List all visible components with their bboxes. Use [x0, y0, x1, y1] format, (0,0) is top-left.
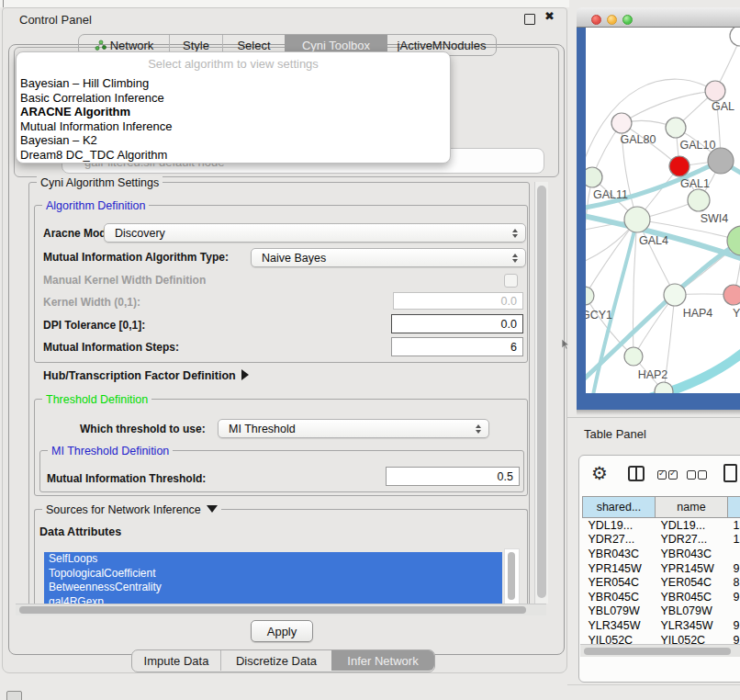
bottom-divider — [567, 684, 740, 685]
mi-type-label: Mutual Information Algorithm Type: — [43, 251, 229, 264]
table-row[interactable]: YBR045CYBR045C9. — [583, 590, 740, 604]
close-traffic-light-icon[interactable] — [591, 15, 601, 25]
table-cell: YPR145W — [583, 561, 656, 576]
attribute-list-item[interactable]: TopologicalCoefficient — [44, 567, 502, 581]
apply-button[interactable]: Apply — [251, 620, 313, 642]
mi-steps-input[interactable]: 6 — [391, 337, 523, 356]
network-node-swi4[interactable] — [688, 189, 710, 211]
dpi-tolerance-input[interactable]: 0.0 — [391, 314, 523, 333]
hub-section-toggle[interactable]: Hub/Transcription Factor Definition — [43, 369, 249, 382]
bottom-tab-infer-network[interactable]: Infer Network — [331, 650, 434, 671]
bottom-tab-discretize-data[interactable]: Discretize Data — [220, 650, 331, 671]
table-cell: 9. — [728, 561, 740, 576]
dropdown-option[interactable]: Basic Correlation Inference — [20, 91, 446, 106]
table-horizontal-scrollbar-thumb[interactable] — [584, 648, 731, 655]
aracne-mode-value: Discovery — [115, 227, 165, 240]
attributes-scrollbar[interactable] — [504, 548, 520, 611]
table-cell: 12 — [728, 533, 740, 548]
network-edge[interactable] — [586, 177, 592, 296]
gear-icon[interactable]: ⚙ — [591, 464, 608, 482]
network-node-gal11[interactable] — [586, 167, 602, 187]
table-cell: YLR345W — [656, 618, 728, 633]
table-row[interactable]: YBL079WYBL079W — [583, 604, 740, 619]
algorithm-dropdown[interactable]: Select algorithm to view settings Bayesi… — [16, 51, 451, 164]
network-node-gcy1[interactable] — [586, 287, 594, 305]
which-threshold-select[interactable]: MI Threshold — [218, 419, 489, 438]
attributes-scrollbar-thumb[interactable] — [508, 552, 515, 600]
network-canvas-svg: GALGAL80GAL10GAL1GAL11SWI4GAL4GCY1HAP4YH… — [586, 28, 740, 393]
algorithm-dropdown-list: Bayesian – Hill ClimbingBasic Correlatio… — [20, 76, 446, 162]
network-node-label: GAL4 — [639, 234, 668, 247]
column-header-shared...[interactable]: shared... — [583, 497, 656, 518]
dropdown-option[interactable]: Bayesian – Hill Climbing — [20, 76, 446, 91]
network-edge[interactable] — [622, 91, 715, 123]
dropdown-option[interactable]: ARACNE Algorithm — [20, 105, 446, 119]
settings-horizontal-scrollbar-thumb[interactable] — [19, 606, 526, 614]
close-icon[interactable]: ✖ — [544, 9, 555, 23]
network-node-label: GCY1 — [586, 309, 612, 322]
network-node-gal10[interactable] — [666, 118, 686, 138]
table-cell: YDR27... — [656, 533, 728, 548]
attribute-list-item[interactable]: BetweennessCentrality — [44, 581, 502, 595]
network-node-gal80[interactable] — [611, 113, 632, 133]
network-window-titlebar[interactable] — [577, 7, 740, 28]
table-row[interactable]: YBR043CYBR043C — [583, 547, 740, 561]
mi-threshold-value: 0.5 — [498, 470, 513, 483]
network-node-gal[interactable] — [705, 81, 725, 101]
settings-horizontal-scrollbar[interactable] — [16, 604, 546, 615]
table-cell: YDL19... — [656, 518, 728, 533]
control-panel: Control Panel ✖ galFiltered.sif default … — [2, 7, 567, 673]
column-header-partial[interactable] — [728, 497, 740, 518]
stepper-icon — [476, 424, 481, 434]
minimized-panel-icon[interactable] — [6, 691, 22, 700]
network-node[interactable] — [730, 28, 740, 46]
collapse-down-icon — [207, 505, 218, 513]
select-all-checkbox-icon[interactable] — [668, 470, 678, 480]
settings-vertical-scrollbar[interactable] — [534, 182, 548, 604]
data-attributes-list[interactable]: SelfLoopsTopologicalCoefficientBetweenne… — [44, 552, 502, 609]
table-row[interactable]: YLR345WYLR345W9. — [583, 618, 740, 633]
network-edge[interactable] — [586, 220, 637, 296]
kernel-width-input[interactable]: 0.0 — [393, 292, 523, 310]
dropdown-option[interactable]: Mutual Information Inference — [20, 119, 446, 134]
network-edge[interactable] — [586, 79, 715, 184]
network-node-gal4[interactable] — [624, 207, 650, 232]
network-node-hap4[interactable] — [664, 284, 686, 306]
select-all-checkbox-icon[interactable] — [657, 470, 667, 480]
network-edge[interactable] — [639, 342, 740, 393]
deselect-all-checkbox-icon[interactable] — [687, 470, 696, 480]
table-horizontal-scrollbar[interactable] — [580, 644, 740, 657]
table-row[interactable]: YDR27...YDR27...12 — [583, 533, 740, 548]
split-columns-icon[interactable] — [628, 466, 645, 481]
network-node[interactable] — [708, 148, 734, 174]
table-row[interactable]: YPR145WYPR145W9. — [583, 561, 740, 576]
settings-vertical-scrollbar-thumb[interactable] — [537, 186, 546, 598]
mi-threshold-label: Mutual Information Threshold: — [47, 472, 206, 485]
dropdown-option[interactable]: Dream8 DC_TDC Algorithm — [20, 148, 446, 163]
deselect-all-checkbox-icon[interactable] — [698, 470, 707, 480]
network-node-y[interactable] — [723, 285, 740, 305]
zoom-traffic-light-icon[interactable] — [622, 15, 633, 25]
bottom-tab-impute-data[interactable]: Impute Data — [132, 650, 220, 671]
kernel-width-value: 0.0 — [501, 295, 517, 308]
attribute-list-item[interactable]: SelfLoops — [44, 552, 502, 567]
column-header-name[interactable]: name — [656, 497, 728, 518]
sources-title[interactable]: Sources for Network Inference — [42, 503, 221, 516]
minimize-traffic-light-icon[interactable] — [607, 15, 617, 25]
float-window-icon[interactable] — [524, 14, 535, 25]
mi-type-select[interactable]: Naive Bayes — [251, 248, 526, 267]
manual-kernel-checkbox[interactable] — [504, 274, 518, 288]
network-edge[interactable] — [593, 220, 637, 393]
aracne-mode-select[interactable]: Discovery — [104, 223, 526, 243]
mi-threshold-input[interactable]: 0.5 — [386, 467, 520, 486]
table-cell — [728, 604, 740, 619]
dropdown-option[interactable]: Bayesian – K2 — [20, 133, 446, 148]
network-node-gal1[interactable] — [669, 156, 690, 176]
network-node-hap2[interactable] — [624, 347, 643, 366]
network-window: GALGAL80GAL10GAL1GAL11SWI4GAL4GCY1HAP4YH… — [577, 7, 740, 410]
table-row[interactable]: YDL19...YDL19...13 — [583, 518, 740, 533]
network-canvas[interactable]: GALGAL80GAL10GAL1GAL11SWI4GAL4GCY1HAP4YH… — [586, 28, 740, 393]
node-attribute-table: shared...name YDL19...YDL19...13YDR27...… — [582, 496, 740, 647]
export-table-icon[interactable] — [723, 464, 737, 482]
table-row[interactable]: YER054CYER054C8. — [583, 575, 740, 590]
